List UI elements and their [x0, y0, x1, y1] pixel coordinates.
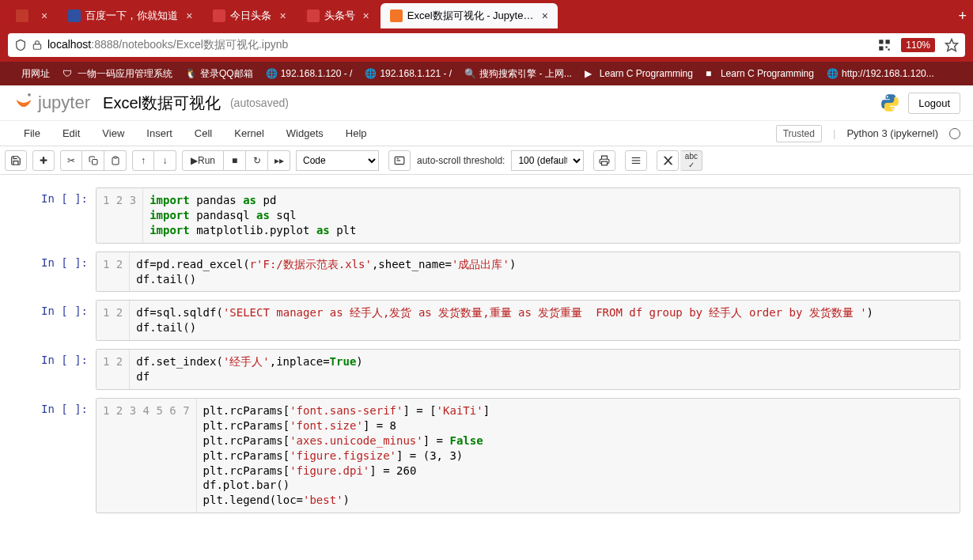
- bookmark-item[interactable]: 🌐http://192.168.1.120...: [827, 68, 934, 79]
- menu-widgets[interactable]: Widgets: [275, 123, 335, 144]
- tab-close-icon[interactable]: ×: [186, 9, 192, 22]
- code-editor[interactable]: plt.rcParams['font.sans-serif'] = ['KaiT…: [197, 399, 960, 513]
- menu-kernel[interactable]: Kernel: [223, 123, 275, 144]
- code-editor[interactable]: df=pd.read_excel(r'F:/数据示范表.xls',sheet_n…: [130, 252, 960, 292]
- browser-tab[interactable]: 头条号 ×: [297, 3, 379, 28]
- svg-point-7: [28, 93, 31, 96]
- toggle-toolbar-button[interactable]: [625, 150, 647, 171]
- bookmark-label: 搜狗搜索引擎 - 上网...: [479, 67, 572, 81]
- kernel-name[interactable]: Python 3 (ipykernel): [846, 127, 938, 139]
- cell-input-area[interactable]: 1 2 3 import pandas as pd import pandasq…: [96, 187, 960, 244]
- bookmark-icon: 🐧: [185, 68, 196, 79]
- new-tab-button[interactable]: +: [958, 8, 967, 25]
- restart-run-all-button[interactable]: ▸▸: [268, 150, 290, 171]
- tab-title: 头条号: [324, 9, 355, 23]
- bookmarks-bar: 用网址🛡一物一码应用管理系统🐧登录QQ邮箱🌐192.168.1.120 - /🌐…: [0, 62, 973, 85]
- logout-button[interactable]: Logout: [908, 93, 960, 114]
- menu-edit[interactable]: Edit: [51, 123, 91, 144]
- tab-close-icon[interactable]: ×: [279, 9, 286, 22]
- svg-rect-13: [602, 161, 608, 165]
- bookmark-item[interactable]: 🌐192.168.1.121 - /: [365, 68, 452, 79]
- cell-prompt: In [ ]:: [13, 300, 96, 341]
- bookmark-label: 192.168.1.121 - /: [380, 68, 452, 79]
- browser-tab[interactable]: Excel数据可视化 - Jupyter Not ×: [380, 3, 558, 28]
- tab-title: Excel数据可视化 - Jupyter Not: [407, 9, 534, 23]
- restart-button[interactable]: ↻: [246, 150, 268, 171]
- cell-input-area[interactable]: 1 2 df=sql.sqldf('SELECT manager as 经手人,…: [96, 300, 960, 341]
- menu-help[interactable]: Help: [335, 123, 378, 144]
- bookmark-item[interactable]: 🔍搜狗搜索引擎 - 上网...: [464, 67, 572, 81]
- bookmark-item[interactable]: 用网址: [6, 67, 50, 81]
- bookmark-star-icon[interactable]: [945, 38, 959, 52]
- code-editor[interactable]: import pandas as pd import pandasql as s…: [143, 188, 960, 243]
- celltype-select[interactable]: Code: [296, 150, 379, 171]
- tab-favicon-icon: [16, 9, 28, 22]
- save-button[interactable]: [5, 150, 27, 171]
- autoscroll-select[interactable]: 100 (default): [511, 150, 584, 171]
- menu-file[interactable]: File: [13, 123, 51, 144]
- tab-title: 今日头条: [230, 9, 271, 23]
- bookmark-icon: [6, 68, 17, 79]
- url-box[interactable]: localhost:8888/notebooks/Excel数据可视化.ipyn…: [8, 33, 965, 57]
- bookmark-item[interactable]: 🌐192.168.1.120 - /: [266, 68, 353, 79]
- copy-button[interactable]: [82, 150, 104, 171]
- svg-rect-4: [886, 47, 888, 48]
- spellcheck-button[interactable]: abc✓: [680, 150, 702, 171]
- code-cell[interactable]: In [ ]: 1 2 df.set_index('经手人',inplace=T…: [13, 349, 960, 390]
- tab-close-icon[interactable]: ×: [363, 9, 369, 22]
- menu-view[interactable]: View: [91, 123, 135, 144]
- code-editor[interactable]: df=sql.sqldf('SELECT manager as 经手人,发货 a…: [130, 301, 960, 340]
- svg-rect-2: [886, 40, 890, 44]
- bookmark-item[interactable]: ▶Learn C Programming: [585, 68, 693, 79]
- menu-cell[interactable]: Cell: [184, 123, 223, 144]
- tab-favicon-icon: [390, 9, 403, 22]
- bookmark-label: http://192.168.1.120...: [842, 68, 934, 79]
- qr-icon[interactable]: [877, 38, 892, 52]
- url-text[interactable]: localhost:8888/notebooks/Excel数据可视化.ipyn…: [47, 38, 873, 52]
- browser-tab[interactable]: 百度一下，你就知道 ×: [59, 3, 202, 28]
- line-gutter: 1 2 3: [97, 188, 143, 243]
- interrupt-button[interactable]: ■: [224, 150, 246, 171]
- code-cell[interactable]: In [ ]: 1 2 3 import pandas as pd import…: [13, 187, 960, 244]
- move-up-button[interactable]: ↑: [132, 150, 154, 171]
- cell-input-area[interactable]: 1 2 df=pd.read_excel(r'F:/数据示范表.xls',she…: [96, 252, 960, 293]
- browser-tab[interactable]: ×: [6, 3, 57, 28]
- cell-input-area[interactable]: 1 2 3 4 5 6 7 plt.rcParams['font.sans-se…: [96, 398, 960, 513]
- command-palette-button[interactable]: [388, 150, 411, 171]
- cut-button[interactable]: ✂: [60, 150, 82, 171]
- tab-favicon-icon: [307, 9, 320, 22]
- bookmark-item[interactable]: 🛡一物一码应用管理系统: [62, 67, 172, 81]
- code-cell[interactable]: In [ ]: 1 2 df=sql.sqldf('SELECT manager…: [13, 300, 960, 341]
- svg-rect-3: [880, 47, 884, 51]
- print-button[interactable]: [593, 150, 615, 171]
- svg-rect-0: [33, 44, 40, 49]
- browser-address-bar: localhost:8888/notebooks/Excel数据可视化.ipyn…: [0, 32, 973, 62]
- trusted-indicator[interactable]: Trusted: [776, 125, 822, 142]
- insert-cell-button[interactable]: ✚: [32, 150, 55, 171]
- cell-input-area[interactable]: 1 2 df.set_index('经手人',inplace=True) df: [96, 349, 960, 390]
- notebook-name[interactable]: Excel数据可视化: [103, 93, 221, 114]
- line-gutter: 1 2 3 4 5 6 7: [97, 399, 197, 513]
- jupyter-logo[interactable]: jupyter: [13, 92, 90, 114]
- tab-favicon-icon: [68, 9, 81, 22]
- shield-icon: [14, 39, 27, 51]
- browser-tab[interactable]: 今日头条 ×: [203, 3, 295, 28]
- kernel-status-icon: [949, 128, 960, 139]
- paste-button[interactable]: [104, 150, 127, 171]
- code-editor[interactable]: df.set_index('经手人',inplace=True) df: [130, 350, 960, 389]
- menu-insert[interactable]: Insert: [135, 123, 184, 144]
- tab-close-icon[interactable]: ×: [41, 9, 47, 22]
- move-down-button[interactable]: ↓: [154, 150, 176, 171]
- bookmark-item[interactable]: ■Learn C Programming: [706, 68, 814, 79]
- variable-inspector-button[interactable]: [657, 150, 679, 171]
- code-cell[interactable]: In [ ]: 1 2 3 4 5 6 7 plt.rcParams['font…: [13, 398, 960, 513]
- cell-prompt: In [ ]:: [13, 252, 96, 293]
- bookmark-icon: ▶: [585, 68, 596, 79]
- run-button[interactable]: ▶ Run: [182, 150, 224, 171]
- bookmark-icon: 🛡: [62, 68, 74, 79]
- zoom-badge[interactable]: 110%: [901, 38, 935, 52]
- bookmark-item[interactable]: 🐧登录QQ邮箱: [185, 67, 253, 81]
- bookmark-icon: ■: [706, 68, 717, 79]
- tab-close-icon[interactable]: ×: [542, 9, 548, 22]
- code-cell[interactable]: In [ ]: 1 2 df=pd.read_excel(r'F:/数据示范表.…: [13, 252, 960, 293]
